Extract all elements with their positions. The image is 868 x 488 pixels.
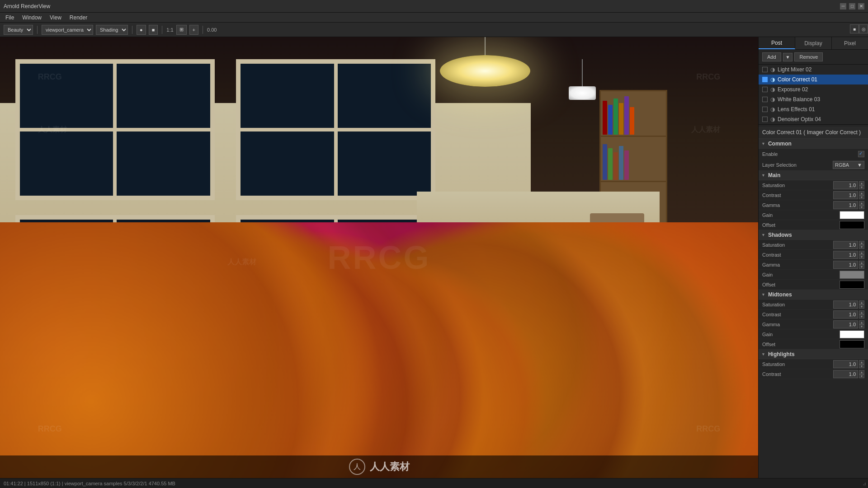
section-common[interactable]: ▼ Common xyxy=(759,139,868,149)
shadows-contrast-arrows: ▲ ▼ xyxy=(859,251,864,259)
main-gamma-down[interactable]: ▼ xyxy=(859,205,864,209)
main-saturation-row: Saturation ▲ ▼ xyxy=(759,180,868,190)
main-contrast-control: ▲ ▼ xyxy=(833,191,864,199)
midtones-contrast-input[interactable] xyxy=(833,310,858,319)
common-arrow: ▼ xyxy=(761,141,765,146)
section-main[interactable]: ▼ Main xyxy=(759,170,868,180)
enable-checkbox[interactable] xyxy=(858,151,864,157)
layer-checkbox-exposure[interactable] xyxy=(762,87,768,92)
highlights-saturation-up[interactable]: ▲ xyxy=(859,360,864,364)
main-gamma-up[interactable]: ▲ xyxy=(859,201,864,205)
midtones-gamma-down[interactable]: ▼ xyxy=(859,324,864,328)
highlights-contrast-input[interactable] xyxy=(833,370,858,378)
add-button[interactable]: Add xyxy=(762,52,781,61)
toolbar-sep-3 xyxy=(162,26,162,34)
main-gamma-input[interactable] xyxy=(833,201,858,209)
midtones-gamma-input[interactable] xyxy=(833,320,858,328)
tab-post[interactable]: Post xyxy=(759,37,795,49)
layer-exposure[interactable]: ◑ Exposure 02 xyxy=(759,84,868,94)
layer-checkbox-light-mixer[interactable] xyxy=(762,67,768,72)
main-contrast-input[interactable] xyxy=(833,191,858,199)
midtones-contrast-up[interactable]: ▲ xyxy=(859,310,864,314)
toolbar: Beauty viewport_camera Shading ● ■ 1:1 ⊞… xyxy=(0,23,868,37)
midtones-offset-swatch[interactable] xyxy=(840,340,864,348)
menu-view[interactable]: View xyxy=(46,14,65,22)
highlights-contrast-down[interactable]: ▼ xyxy=(859,374,864,378)
midtones-saturation-input[interactable] xyxy=(833,300,858,309)
section-shadows[interactable]: ▼ Shadows xyxy=(759,230,868,240)
main-saturation-down[interactable]: ▼ xyxy=(859,185,864,189)
shadows-contrast-up[interactable]: ▲ xyxy=(859,251,864,255)
app-title: Arnold RenderView xyxy=(4,3,50,9)
layer-sel-row: Layer Selection RGBA ▼ xyxy=(759,160,868,170)
midtones-arrow: ▼ xyxy=(761,292,765,297)
midtones-saturation-control: ▲ ▼ xyxy=(833,300,864,309)
shadows-gamma-input[interactable] xyxy=(833,261,858,269)
add-dropdown[interactable]: ▼ xyxy=(783,53,793,61)
midtones-saturation-up[interactable]: ▲ xyxy=(859,300,864,305)
shadows-saturation-up[interactable]: ▲ xyxy=(859,241,864,245)
main-saturation-input[interactable] xyxy=(833,181,858,189)
midtones-contrast-down[interactable]: ▼ xyxy=(859,314,864,319)
restore-button[interactable]: □ xyxy=(849,3,855,9)
highlights-contrast-up[interactable]: ▲ xyxy=(859,370,864,374)
shadows-gain-row: Gain xyxy=(759,270,868,280)
shadows-saturation-down[interactable]: ▼ xyxy=(859,245,864,249)
layer-white-balance[interactable]: ◑ White Balance 03 xyxy=(759,94,868,104)
minimize-button[interactable]: ─ xyxy=(840,3,846,9)
menu-render[interactable]: Render xyxy=(66,14,91,22)
remove-button[interactable]: Remove xyxy=(794,52,823,61)
hanging-lamp xyxy=(569,59,596,100)
main-gain-swatch[interactable] xyxy=(840,211,864,219)
layer-name-white-balance: White Balance 03 xyxy=(778,96,820,103)
midtones-gain-swatch[interactable] xyxy=(840,330,864,338)
highlights-saturation-input[interactable] xyxy=(833,360,858,368)
main-contrast-up[interactable]: ▲ xyxy=(859,191,864,195)
render-btn[interactable]: ● xyxy=(137,25,146,35)
shadows-gamma-down[interactable]: ▼ xyxy=(859,265,864,269)
shadows-arrow: ▼ xyxy=(761,233,765,237)
highlights-saturation-down[interactable]: ▼ xyxy=(859,364,864,368)
midtones-gamma-up[interactable]: ▲ xyxy=(859,320,864,324)
highlights-saturation-row: Saturation ▲ ▼ xyxy=(759,359,868,369)
shadows-offset-swatch[interactable] xyxy=(840,281,864,289)
shadows-contrast-down[interactable]: ▼ xyxy=(859,255,864,259)
main-arrow: ▼ xyxy=(761,173,765,178)
layer-denoiser[interactable]: ◑ Denoiser Optix 04 xyxy=(759,114,868,124)
zoom-in-btn[interactable]: + xyxy=(189,25,198,35)
layer-light-mixer[interactable]: ◑ Light Mixer 02 xyxy=(759,65,868,75)
main-offset-swatch[interactable] xyxy=(840,221,864,229)
camera-select[interactable]: viewport_camera xyxy=(42,25,93,35)
menu-file[interactable]: File xyxy=(2,14,18,22)
shadows-gamma-up[interactable]: ▲ xyxy=(859,261,864,265)
shadows-gain-swatch[interactable] xyxy=(840,271,864,279)
shading-select[interactable]: Shading xyxy=(96,25,128,35)
mode-select[interactable]: Beauty xyxy=(4,25,33,35)
midtones-label: Midtones xyxy=(768,291,792,298)
shadows-gamma-label: Gamma xyxy=(762,262,833,267)
viewport: RRCG RRCG RRCG RRCG RRCG 人人素材 人人素材 人人素材 … xyxy=(0,37,758,478)
layer-name-light-mixer: Light Mixer 02 xyxy=(778,66,811,73)
tab-display[interactable]: Display xyxy=(795,37,832,49)
section-highlights[interactable]: ▼ Highlights xyxy=(759,349,868,359)
shadows-saturation-row: Saturation ▲ ▼ xyxy=(759,240,868,250)
shadows-saturation-input[interactable] xyxy=(833,241,858,249)
tab-pixel[interactable]: Pixel xyxy=(832,37,868,49)
shadows-contrast-input[interactable] xyxy=(833,251,858,259)
layer-sel-dropdown[interactable]: RGBA ▼ xyxy=(833,161,864,169)
layer-color-correct[interactable]: ◑ Color Correct 01 xyxy=(759,75,868,84)
main-contrast-down[interactable]: ▼ xyxy=(859,195,864,199)
section-midtones[interactable]: ▼ Midtones xyxy=(759,290,868,300)
menu-window[interactable]: Window xyxy=(19,14,45,22)
layer-checkbox-lens-effects[interactable] xyxy=(762,107,768,112)
close-button[interactable]: ✕ xyxy=(858,3,864,9)
main-saturation-up[interactable]: ▲ xyxy=(859,181,864,185)
stop-btn[interactable]: ■ xyxy=(149,25,158,35)
fit-btn[interactable]: ⊞ xyxy=(176,25,187,35)
layer-checkbox-denoiser[interactable] xyxy=(762,117,768,122)
layer-checkbox-white-balance[interactable] xyxy=(762,97,768,102)
layer-lens-effects[interactable]: ◑ Lens Effects 01 xyxy=(759,104,868,114)
midtones-saturation-down[interactable]: ▼ xyxy=(859,305,864,309)
layer-checkbox-color-correct[interactable] xyxy=(762,77,768,82)
toolbar-sep-2 xyxy=(132,26,132,34)
